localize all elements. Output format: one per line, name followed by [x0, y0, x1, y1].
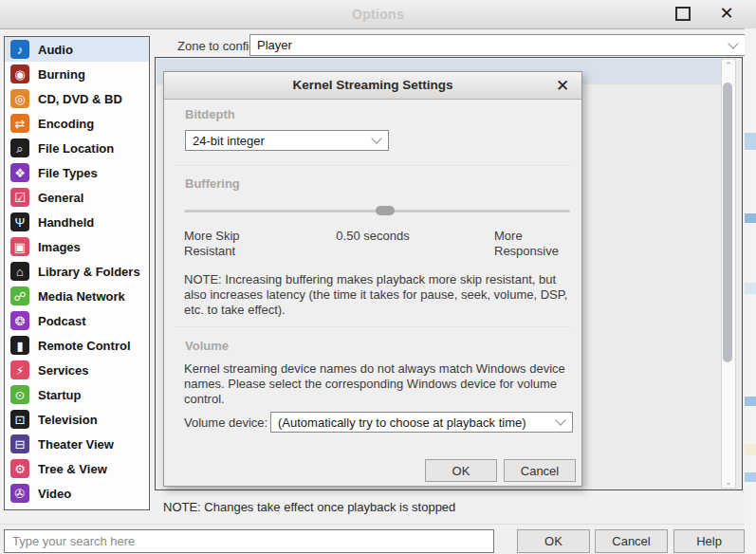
sidebar-item-label: Services — [38, 363, 89, 378]
buffering-slider-handle[interactable] — [376, 206, 395, 215]
sidebar-item-label: Theater View — [38, 437, 114, 452]
sidebar-item-podcast[interactable]: ❂Podcast — [5, 308, 149, 333]
sidebar-item-audio[interactable]: ♪Audio — [5, 37, 149, 62]
sidebar-item-label: File Location — [38, 141, 114, 156]
buffering-slider[interactable] — [184, 210, 570, 212]
volume-section-label: Volume — [185, 339, 229, 353]
sidebar-item-label: Tree & View — [38, 462, 107, 476]
help-button[interactable]: Help — [673, 529, 745, 553]
plug-icon: ⚡ — [10, 360, 29, 379]
file-search-icon: ⌕ — [10, 138, 29, 157]
tv-icon: ⊡ — [10, 410, 29, 429]
theater-screen-icon: ⊟ — [10, 434, 29, 453]
sidebar-item-label: Images — [38, 240, 81, 254]
sidebar-item-handheld[interactable]: ΨHandheld — [5, 210, 149, 234]
chevron-down-icon — [728, 38, 738, 48]
sidebar-item-burning[interactable]: ◉Burning — [5, 62, 149, 86]
sidebar-item-label: Handheld — [38, 215, 94, 230]
sidebar-item-label: Audio — [38, 43, 73, 57]
title-bar: Options ✕ — [0, 0, 756, 29]
transfer-arrows-icon: ⇄ — [10, 114, 29, 133]
burn-disc-icon: ◉ — [10, 65, 29, 83]
background-window-edge — [745, 28, 756, 554]
scroll-down-icon[interactable]: ⌄ — [722, 476, 735, 488]
sidebar-item-media-network[interactable]: ☍Media Network — [5, 284, 149, 308]
sidebar-list: ♪Audio◉Burning◎CD, DVD & BD⇄Encoding⌕Fil… — [5, 37, 149, 506]
sidebar-item-label: Burning — [38, 67, 85, 82]
scrollbar-thumb[interactable] — [723, 83, 732, 362]
chevron-down-icon — [371, 133, 381, 143]
buffering-note: NOTE: Increasing buffering makes playbac… — [184, 272, 577, 318]
checkbox-icon: ☑ — [10, 188, 29, 207]
search-input[interactable] — [4, 529, 494, 553]
vertical-scrollbar[interactable]: ⌃ ⌄ — [721, 59, 736, 489]
sidebar-item-startup[interactable]: ⊙Startup — [5, 382, 149, 407]
sidebar-item-services[interactable]: ⚡Services — [5, 358, 149, 382]
volume-device-label: Volume device: — [184, 416, 267, 430]
dialog-title: Kernel Streaming Settings — [164, 78, 581, 92]
playback-note: NOTE: Changes take effect once playback … — [163, 500, 455, 514]
maximize-button[interactable] — [675, 7, 691, 21]
share-network-icon: ☍ — [10, 286, 29, 305]
sidebar-item-label: Remote Control — [38, 339, 131, 353]
podcast-icon: ❂ — [10, 311, 29, 330]
options-window: Options ✕ ♪Audio◉Burning◎CD, DVD & BD⇄En… — [0, 0, 756, 554]
sidebar-item-label: Startup — [38, 388, 82, 402]
sidebar-item-general[interactable]: ☑General — [5, 185, 149, 210]
sidebar-item-file-location[interactable]: ⌕File Location — [5, 136, 149, 160]
slider-value-label: 0.50 seconds — [278, 229, 468, 243]
buffering-section-label: Buffering — [185, 176, 240, 191]
sidebar-item-file-types[interactable]: ❖File Types — [5, 160, 149, 185]
video-camera-icon: ✇ — [10, 484, 29, 503]
sidebar-item-encoding[interactable]: ⇄Encoding — [5, 111, 149, 136]
sidebar-item-label: CD, DVD & BD — [38, 92, 122, 106]
section-divider — [175, 165, 570, 166]
volume-device-combo[interactable]: (Automatically try to choose at playback… — [270, 412, 573, 433]
sidebar-item-theater-view[interactable]: ⊟Theater View — [5, 432, 149, 456]
dialog-cancel-button[interactable]: Cancel — [504, 459, 576, 482]
sidebar-item-label: Library & Folders — [38, 265, 140, 279]
cancel-button[interactable]: Cancel — [595, 529, 668, 553]
sidebar-item-video[interactable]: ✇Video — [5, 481, 149, 506]
usb-icon: Ψ — [10, 212, 29, 231]
sidebar-item-television[interactable]: ⊡Television — [5, 407, 149, 432]
bitdepth-combo[interactable]: 24-bit integer — [185, 130, 389, 151]
sidebar-item-cd-dvd-bd[interactable]: ◎CD, DVD & BD — [5, 86, 149, 111]
scroll-up-icon[interactable]: ⌃ — [722, 60, 735, 71]
window-title: Options — [0, 7, 756, 22]
sidebar-item-label: General — [38, 191, 83, 205]
sidebar-item-label: Video — [38, 487, 71, 501]
dialog-close-button[interactable]: ✕ — [551, 73, 574, 98]
sidebar-item-label: Podcast — [38, 314, 86, 328]
volume-description: Kernel streaming device names do not alw… — [184, 361, 567, 407]
sidebar-item-tree-view[interactable]: ⚙Tree & View — [5, 456, 149, 481]
gear-icon: ⚙ — [10, 459, 29, 478]
sidebar-item-label: Television — [38, 413, 98, 427]
music-note-icon: ♪ — [10, 40, 29, 59]
dialog-header: Kernel Streaming Settings ✕ — [164, 72, 581, 100]
sidebar-item-images[interactable]: ▣Images — [5, 234, 149, 259]
bitdepth-combo-value: 24-bit integer — [193, 134, 265, 148]
slider-left-label: More Skip Resistant — [184, 229, 252, 259]
camera-icon: ▣ — [10, 237, 29, 256]
disc-icon: ◎ — [10, 89, 29, 108]
section-divider — [175, 326, 570, 327]
kernel-streaming-settings-dialog: Kernel Streaming Settings ✕ Bitdepth 24-… — [163, 71, 582, 487]
sidebar-item-label: Media Network — [38, 289, 125, 304]
bottom-divider — [0, 524, 756, 525]
window-close-button[interactable]: ✕ — [716, 1, 737, 26]
slider-right-label: More Responsive — [494, 229, 570, 259]
bitdepth-section-label: Bitdepth — [185, 107, 235, 121]
chevron-down-icon — [555, 415, 565, 425]
volume-device-combo-value: (Automatically try to choose at playback… — [278, 416, 526, 430]
sidebar-item-label: File Types — [38, 166, 98, 180]
ok-button[interactable]: OK — [517, 529, 590, 553]
zone-combo[interactable]: Player — [249, 34, 746, 56]
puzzle-icon: ❖ — [10, 163, 29, 182]
dialog-ok-button[interactable]: OK — [425, 459, 497, 482]
sidebar-item-label: Encoding — [38, 117, 94, 131]
sidebar-item-library-folders[interactable]: ⌂Library & Folders — [5, 259, 149, 284]
sidebar-item-remote-control[interactable]: ▮Remote Control — [5, 333, 149, 358]
power-icon: ⊙ — [10, 385, 29, 404]
zone-combo-value: Player — [257, 38, 292, 52]
